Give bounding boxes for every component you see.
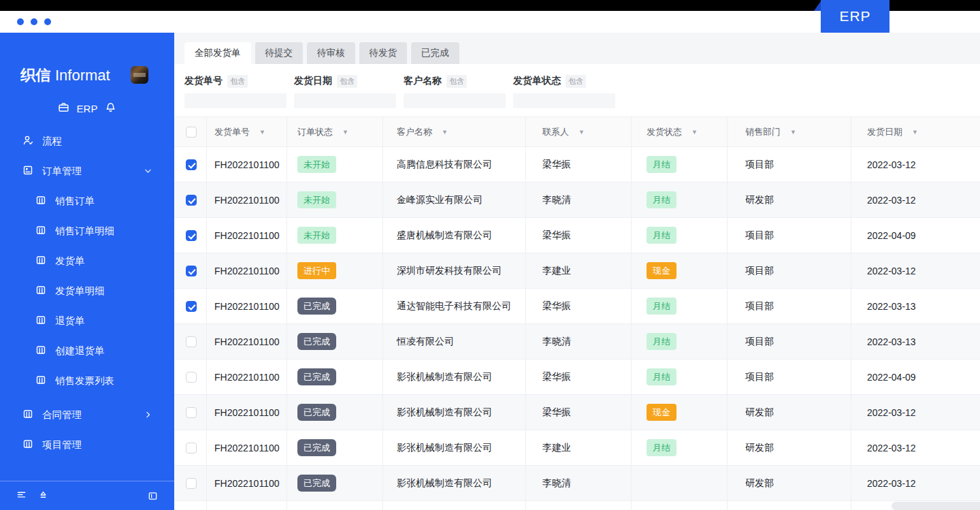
tab-label: 待审核 — [317, 47, 345, 59]
row-checkbox[interactable] — [186, 159, 197, 170]
cell-ship-status: 月结 — [632, 182, 728, 217]
row-checkbox[interactable] — [186, 195, 197, 206]
row-checkbox[interactable] — [186, 301, 197, 312]
table-row[interactable]: FH2022101100 已完成 通达智能电子科技有限公司 梁华振 月结 项目部… — [174, 289, 980, 324]
table-icon — [35, 345, 46, 357]
window-control-dot[interactable] — [44, 18, 51, 25]
chevron-down-icon[interactable] — [144, 167, 152, 176]
cell-customer: 高腾信息科技有限公司 — [383, 147, 526, 182]
column-header-ship-date[interactable]: 发货日期 ▼ — [851, 117, 980, 146]
table-row[interactable]: FH2022101100 已完成 影张机械制造有限公司 梁华振 月结 项目部 2… — [174, 360, 980, 395]
column-header-order-no[interactable]: 发货单号 ▼ — [207, 117, 287, 146]
window-control-dot[interactable] — [17, 18, 24, 25]
column-header-customer-name[interactable]: 客户名称 ▼ — [383, 117, 526, 146]
filter-input-order-status[interactable] — [513, 93, 615, 108]
tab-pending-submit[interactable]: 待提交 — [255, 42, 304, 64]
table-row[interactable]: FH2022101100 未开始 高腾信息科技有限公司 梁华振 月结 项目部 2… — [174, 147, 980, 182]
main-content: 全部发货单待提交待审核待发货已完成 发货单号 包含 发货日期 包含 — [174, 33, 980, 510]
sidebar-item-contract-mgmt[interactable]: 合同管理 — [0, 400, 174, 430]
menu-lines-icon[interactable] — [16, 490, 27, 503]
table-row[interactable]: FH2022101100 已完成 影张机械制造有限公司 李建业 月结 研发部 2… — [174, 430, 980, 466]
workspace-switcher[interactable]: ERP — [0, 101, 174, 116]
column-header-label: 订单状态 — [297, 126, 333, 138]
filter-input-ship-date[interactable] — [294, 93, 396, 108]
sidebar-item-label: 流程 — [42, 135, 62, 148]
row-checkbox[interactable] — [186, 336, 197, 347]
cell-customer: 影张机械制造有限公司 — [383, 395, 526, 430]
row-checkbox[interactable] — [186, 478, 197, 489]
horizontal-scrollbar-thumb[interactable] — [892, 502, 980, 510]
row-checkbox[interactable] — [186, 266, 197, 276]
tab-label: 全部发货单 — [195, 47, 241, 59]
row-checkbox[interactable] — [186, 407, 197, 418]
tab-completed[interactable]: 已完成 — [411, 42, 459, 64]
sidebar-item-delivery-order[interactable]: 发货单 — [0, 246, 174, 276]
sidebar-item-delivery-order-detail[interactable]: 发货单明细 — [0, 276, 174, 306]
column-header-label: 销售部门 — [745, 126, 781, 138]
row-checkbox[interactable] — [186, 443, 197, 453]
column-header-ship-status[interactable]: 发货状态 ▼ — [632, 117, 728, 146]
table-row[interactable]: FH2022101100 已完成 影张机械制造有限公司 李晓清 研发部 2022… — [174, 466, 980, 501]
select-all-checkbox[interactable] — [186, 127, 197, 138]
tab-pending-review[interactable]: 待审核 — [307, 42, 355, 64]
workspace-avatar[interactable] — [131, 66, 148, 84]
cell-order-no: FH2022101100 — [207, 218, 287, 253]
cell-contact: 梁华振 — [526, 395, 632, 430]
table-row[interactable]: 已完成 — [174, 501, 980, 510]
column-sort-caret-icon[interactable]: ▼ — [578, 129, 585, 136]
cell-ship-status: 月结 — [632, 360, 728, 394]
table-row[interactable]: FH2022101100 未开始 盛唐机械制造有限公司 梁华振 月结 项目部 2… — [174, 218, 980, 253]
cell-department — [728, 501, 851, 510]
collapse-panel-icon[interactable] — [148, 491, 158, 501]
tab-all[interactable]: 全部发货单 — [184, 42, 251, 64]
row-checkbox[interactable] — [186, 372, 197, 383]
column-sort-caret-icon[interactable]: ▼ — [691, 129, 698, 136]
briefcase-icon — [58, 101, 69, 115]
sidebar-item-order-mgmt[interactable]: 订单管理 — [0, 156, 174, 186]
ship-status-badge: 现金 — [647, 404, 676, 421]
sidebar-item-label: 合同管理 — [42, 409, 82, 421]
row-checkbox[interactable] — [186, 230, 197, 241]
column-sort-caret-icon[interactable]: ▼ — [790, 129, 796, 136]
column-sort-caret-icon[interactable]: ▼ — [342, 129, 348, 136]
table-row[interactable]: FH2022101100 进行中 深圳市研发科技有限公司 李建业 现金 项目部 … — [174, 253, 980, 289]
erp-ribbon-label: ERP — [839, 8, 870, 25]
sidebar-item-sales-invoice-list[interactable]: 销售发票列表 — [0, 366, 174, 396]
column-sort-caret-icon[interactable]: ▼ — [259, 129, 265, 136]
column-header-contact[interactable]: 联系人 ▼ — [526, 117, 632, 146]
cell-department: 研发部 — [728, 182, 851, 217]
tab-label: 待发货 — [370, 47, 397, 59]
sidebar-item-sales-order[interactable]: 销售订单 — [0, 186, 174, 216]
table-row[interactable]: FH2022101100 未开始 金峰源实业有限公司 李晓清 月结 研发部 20… — [174, 182, 980, 218]
column-sort-caret-icon[interactable]: ▼ — [442, 129, 448, 136]
cell-department: 项目部 — [728, 324, 851, 359]
sidebar-item-flow[interactable]: 流程 — [0, 126, 174, 156]
filter-input-customer-name[interactable] — [404, 93, 506, 108]
column-sort-caret-icon[interactable]: ▼ — [912, 129, 918, 136]
eject-icon[interactable] — [38, 490, 48, 503]
cell-department: 项目部 — [728, 289, 851, 323]
sidebar-item-create-return-order[interactable]: 创建退货单 — [0, 336, 174, 366]
filter-input-order-no[interactable] — [184, 93, 287, 108]
filter-operator-chip: 包含 — [337, 75, 357, 88]
table-row[interactable]: FH2022101100 已完成 恒凌有限公司 李晓清 月结 项目部 2022-… — [174, 324, 980, 360]
column-header-department[interactable]: 销售部门 ▼ — [728, 117, 851, 146]
table-row[interactable]: FH2022101100 已完成 影张机械制造有限公司 梁华振 现金 研发部 2… — [174, 395, 980, 430]
cell-order-no: FH2022101100 — [207, 289, 287, 323]
bell-icon[interactable] — [105, 101, 116, 115]
cell-checkbox — [174, 182, 207, 217]
workspace-label: ERP — [77, 103, 98, 114]
sidebar-item-label: 项目管理 — [42, 439, 82, 451]
sidebar-item-sales-order-detail[interactable]: 销售订单明细 — [0, 216, 174, 246]
window-control-dot[interactable] — [31, 18, 37, 25]
cell-checkbox — [174, 147, 207, 182]
tab-pending-ship[interactable]: 待发货 — [359, 42, 408, 64]
cell-contact: 李建业 — [526, 430, 632, 465]
cell-customer: 影张机械制造有限公司 — [383, 430, 526, 465]
sidebar-item-label: 发货单 — [55, 255, 85, 268]
sidebar-item-return-order[interactable]: 退货单 — [0, 306, 174, 336]
erp-ribbon-tab[interactable]: ERP — [821, 0, 889, 33]
chevron-right-icon[interactable] — [144, 411, 152, 419]
sidebar-item-project-mgmt[interactable]: 项目管理 — [0, 430, 174, 460]
column-header-order-status[interactable]: 订单状态 ▼ — [287, 117, 383, 146]
